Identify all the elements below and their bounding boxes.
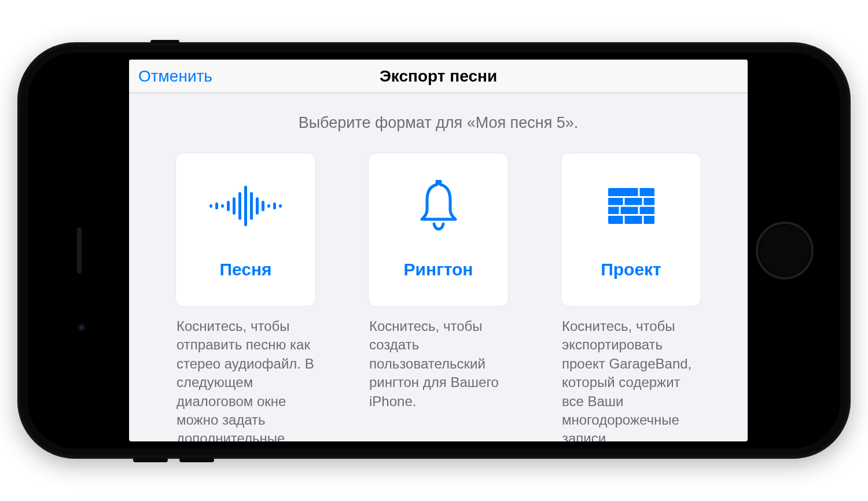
- option-song: Песня Коснитесь, чтобы отправить песню к…: [175, 153, 316, 441]
- content-area: Выберите формат для «Моя песня 5».: [129, 93, 748, 441]
- waveform-icon: [217, 180, 275, 232]
- option-desc-ringtone: Коснитесь, чтобы создать пользовательски…: [368, 317, 509, 411]
- page-title: Экспорт песни: [380, 67, 497, 86]
- option-label-song: Песня: [219, 260, 271, 279]
- option-project: Проект Коснитесь, чтобы экспортировать п…: [561, 153, 701, 441]
- screen: Отменить Экспорт песни Выберите формат д…: [129, 60, 748, 441]
- option-desc-song: Коснитесь, чтобы отправить песню как сте…: [175, 317, 316, 441]
- home-button[interactable]: [756, 222, 814, 279]
- option-label-project: Проект: [601, 260, 661, 279]
- volume-up: [133, 458, 168, 462]
- cancel-button[interactable]: Отменить: [138, 67, 212, 86]
- export-options: Песня Коснитесь, чтобы отправить песню к…: [175, 153, 701, 441]
- option-ringtone: Рингтон Коснитесь, чтобы создать пользов…: [368, 153, 509, 441]
- volume-down: [179, 458, 214, 462]
- bricks-icon: [602, 180, 660, 232]
- subtitle-text: Выберите формат для «Моя песня 5».: [175, 114, 701, 132]
- mute-switch: [150, 40, 179, 43]
- option-card-project[interactable]: Проект: [561, 153, 701, 307]
- phone-speaker: [77, 227, 82, 274]
- option-label-ringtone: Рингтон: [404, 260, 473, 279]
- phone-frame: Отменить Экспорт песни Выберите формат д…: [17, 42, 851, 459]
- phone-camera: [78, 323, 86, 331]
- option-card-ringtone[interactable]: Рингтон: [368, 153, 509, 307]
- option-card-song[interactable]: Песня: [175, 153, 316, 307]
- option-desc-project: Коснитесь, чтобы экспортировать проект G…: [561, 317, 701, 441]
- nav-bar: Отменить Экспорт песни: [129, 60, 748, 93]
- bell-icon: [410, 180, 468, 232]
